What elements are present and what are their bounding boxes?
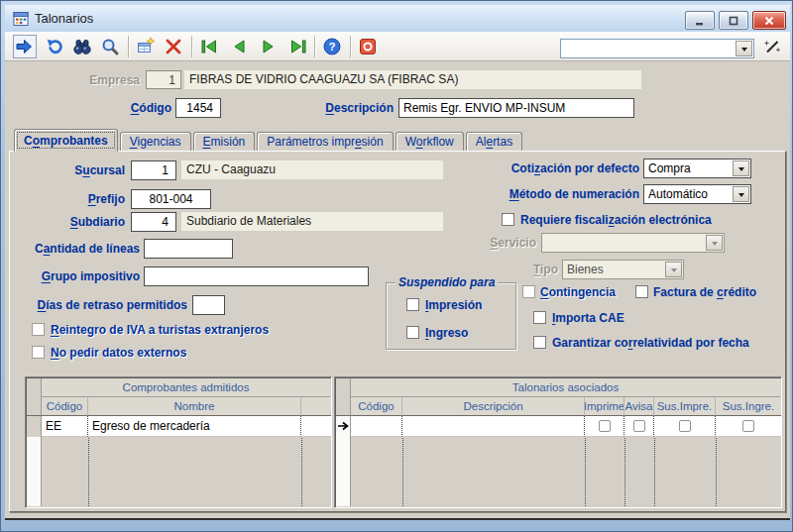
metodo-numeracion-label: Método de numeración	[485, 187, 639, 201]
sus-impre-checkbox[interactable]	[679, 420, 691, 432]
cell-descripcion[interactable]	[402, 416, 585, 437]
last-record-button[interactable]	[286, 35, 310, 58]
undo-button[interactable]	[43, 35, 66, 58]
toolbar-separator	[128, 36, 129, 57]
no-pedir-datos-checkbox	[32, 346, 45, 359]
search-combo-dropdown-button[interactable]	[736, 41, 752, 56]
tab-comprobantes[interactable]: Comprobantes	[14, 129, 118, 152]
zoom-button[interactable]	[98, 35, 122, 58]
comprobantes-admitidos-grid: Comprobantes admitidos Código Nombre EE …	[25, 376, 332, 508]
prefijo-input[interactable]	[131, 189, 211, 209]
go-button[interactable]	[13, 35, 37, 58]
chevron-down-icon	[741, 48, 747, 54]
find-button[interactable]	[70, 35, 94, 58]
selector-header-cell	[27, 378, 42, 416]
column-header-codigo: Código	[42, 397, 88, 416]
tab-alertas[interactable]: Alertas	[466, 132, 522, 152]
tab-strip: Comprobantes Vigencias Emisión Parámetro…	[14, 129, 524, 152]
delete-button[interactable]	[162, 35, 185, 58]
new-record-icon	[136, 37, 156, 56]
importa-cae-checkbox[interactable]	[533, 311, 546, 324]
tab-emision[interactable]: Emisión	[193, 132, 256, 152]
suspendido-para-title: Suspendido para	[396, 275, 498, 289]
previous-record-icon	[229, 37, 249, 56]
wizard-button[interactable]	[760, 35, 784, 58]
search-combo-input[interactable]	[562, 41, 736, 56]
empresa-name-field: FIBRAS DE VIDRIO CAAGUAZU SA (FIBRAC SA)	[184, 70, 641, 89]
tipo-dropdown-button	[665, 262, 682, 277]
go-icon	[15, 37, 35, 56]
requiere-fiscalizacion-checkbox[interactable]	[502, 213, 514, 226]
dias-retraso-input[interactable]	[192, 295, 225, 315]
cell-codigo[interactable]: EE	[42, 416, 88, 437]
new-record-button[interactable]	[134, 35, 158, 58]
last-record-icon	[288, 37, 308, 56]
close-button[interactable]	[752, 11, 786, 30]
cell-nombre[interactable]: Egreso de mercadería	[88, 416, 301, 437]
selector-header-cell	[336, 378, 351, 416]
tab-parametros-impresion[interactable]: Parámetros impresión	[257, 132, 393, 152]
minimize-button[interactable]	[685, 11, 715, 30]
tipo-combo: Bienes	[562, 260, 684, 279]
contingencia-label: Contingencia	[540, 285, 616, 299]
column-header-imprime: Imprime	[585, 397, 624, 416]
help-button[interactable]: ?	[320, 35, 344, 58]
chevron-down-icon	[738, 167, 744, 174]
minimize-icon	[694, 15, 706, 27]
grupo-impositivo-label: Grupo impositivo	[21, 269, 140, 283]
prefijo-label: Prefijo	[21, 192, 125, 206]
factura-credito-checkbox[interactable]	[635, 285, 648, 298]
avisa-checkbox[interactable]	[633, 420, 645, 432]
descripcion-input[interactable]	[398, 98, 634, 118]
main-toolbar: ?	[5, 32, 790, 61]
row-selector-cell[interactable]	[27, 416, 42, 437]
current-row-arrow-icon	[337, 420, 350, 432]
search-combo[interactable]	[560, 39, 754, 58]
cantidad-lineas-input[interactable]	[144, 239, 233, 259]
sucursal-label: Sucursal	[21, 163, 125, 177]
cotizacion-dropdown-button[interactable]	[733, 160, 749, 176]
subdiario-label: Subdiario	[21, 215, 125, 229]
suspendido-ingreso-label: Ingreso	[425, 326, 468, 340]
cell-filler	[301, 416, 331, 437]
suspendido-impresion-label: Impresión	[425, 298, 482, 312]
next-record-button[interactable]	[257, 35, 281, 58]
garantizar-correlatividad-checkbox[interactable]	[533, 336, 546, 349]
tab-vigencias[interactable]: Vigencias	[120, 132, 191, 152]
column-header-nombre: Nombre	[88, 397, 301, 416]
comprobantes-admitidos-title: Comprobantes admitidos	[42, 378, 330, 397]
servicio-dropdown-button	[706, 235, 723, 251]
exit-button[interactable]	[356, 35, 380, 58]
descripcion-label: Descripción	[304, 101, 394, 115]
title-bar[interactable]: Talonarios	[5, 5, 790, 32]
sus-ingre-checkbox[interactable]	[742, 420, 754, 432]
sucursal-input[interactable]	[131, 160, 176, 180]
codigo-input[interactable]	[175, 98, 221, 118]
servicio-label: Servicio	[437, 236, 536, 250]
cell-codigo[interactable]	[351, 416, 402, 437]
restore-button[interactable]	[719, 11, 748, 30]
grupo-impositivo-input[interactable]	[144, 266, 369, 286]
previous-record-button[interactable]	[227, 35, 251, 58]
column-header-descripcion: Descripción	[402, 397, 585, 416]
no-pedir-datos-label: No pedir datos externos	[51, 346, 186, 360]
toolbar-separator	[191, 36, 192, 57]
metodo-numeracion-value: Automático	[648, 187, 708, 201]
column-header-sus-ingre: Sus.Ingre.	[716, 397, 781, 416]
imprime-checkbox[interactable]	[599, 420, 611, 432]
subdiario-input[interactable]	[131, 212, 176, 232]
suspendido-impresion-checkbox[interactable]	[406, 298, 419, 311]
cotizacion-combo[interactable]: Compra	[643, 159, 751, 178]
suspendido-ingreso-checkbox[interactable]	[406, 326, 419, 339]
contingencia-checkbox	[522, 285, 535, 298]
subdiario-desc-field: Subdiario de Materiales	[181, 212, 443, 231]
help-icon: ?	[322, 37, 342, 56]
first-record-button[interactable]	[197, 35, 221, 58]
metodo-numeracion-dropdown-button[interactable]	[733, 186, 749, 202]
metodo-numeracion-combo[interactable]: Automático	[643, 184, 751, 204]
tab-workflow[interactable]: Workflow	[396, 132, 464, 152]
empresa-label: Empresa	[41, 73, 140, 87]
talonarios-asociados-grid: Talonarios asociados Código Descripción …	[334, 376, 782, 508]
reintegro-iva-checkbox	[32, 323, 45, 336]
binoculars-icon	[72, 37, 92, 56]
